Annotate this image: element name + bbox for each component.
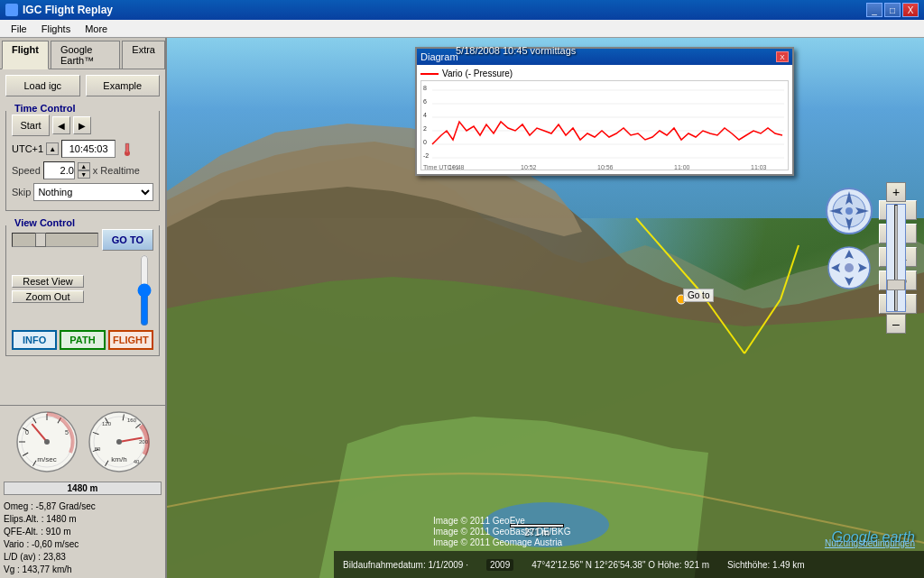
thermometer-icon xyxy=(118,142,136,156)
stat-elips-value: : 1480 m xyxy=(42,514,77,524)
rewind-button[interactable]: ◀ xyxy=(52,116,70,134)
stat-elips-label: Elips.Alt. xyxy=(4,514,39,524)
speed-kmh-gauge: 80 120 160 200 40 km/h xyxy=(87,409,152,476)
svg-point-31 xyxy=(116,439,122,445)
stat-vg: Vg : 143,77 km/h xyxy=(4,564,162,576)
maximize-button[interactable]: □ xyxy=(884,3,901,17)
menu-bar: File Flights More xyxy=(0,20,924,38)
tab-bar: Flight Google Earth™ Extra xyxy=(0,38,165,69)
svg-text:120: 120 xyxy=(101,421,111,427)
speed-row: Speed ▲ ▼ x Realtime xyxy=(12,161,153,179)
close-button[interactable]: X xyxy=(902,3,919,17)
view-h-slider[interactable] xyxy=(12,233,98,247)
menu-flights[interactable]: Flights xyxy=(34,22,78,36)
stat-omeg: Omeg : -5,87 Grad/sec xyxy=(4,500,162,513)
speed-spin-up[interactable]: ▲ xyxy=(78,162,90,170)
v-slider-wrap xyxy=(135,254,153,326)
speed-input[interactable] xyxy=(43,161,75,179)
svg-text:160: 160 xyxy=(126,417,136,423)
svg-text:8: 8 xyxy=(423,85,427,91)
svg-point-13 xyxy=(44,439,50,445)
speed-ms-svg: m/sec 0 5 xyxy=(14,409,79,474)
start-row: Start ◀ ▶ xyxy=(12,115,153,136)
view-v-slider[interactable] xyxy=(135,254,153,326)
zoom-in-button[interactable]: + xyxy=(886,182,906,202)
minimize-button[interactable]: _ xyxy=(866,3,882,17)
svg-text:2: 2 xyxy=(423,125,427,132)
photo-date: Bildaufnahmedatum: 1/1/2009 · xyxy=(343,560,468,570)
stat-vg-label: Vg xyxy=(4,564,14,574)
action-buttons: INFO PATH FLIGHT xyxy=(12,330,153,350)
svg-point-70 xyxy=(845,207,853,215)
svg-text:0: 0 xyxy=(25,429,29,436)
skip-select[interactable]: Nothing Thermal Straight xyxy=(33,183,153,201)
goto-map-label: Go to xyxy=(683,289,714,302)
copyright-area: Image © 2011 GeoEye Image © 2011 GeoBasi… xyxy=(433,516,570,547)
goto-button[interactable]: GO TO xyxy=(102,229,153,251)
svg-text:200: 200 xyxy=(138,439,148,445)
diagram-window[interactable]: Diagram X Vario (- Pressure) 8 6 4 2 xyxy=(415,47,794,176)
bottom-bar: Bildaufnahmedatum: 1/1/2009 · 2009 47°42… xyxy=(334,551,924,578)
menu-more[interactable]: More xyxy=(78,22,115,36)
copyright1: Image © 2011 GeoEye xyxy=(433,516,570,526)
speed-realtime-label: x Realtime xyxy=(93,165,140,176)
view-control-group: View Control GO TO Reset View Zoom Out xyxy=(5,225,160,356)
reset-view-button[interactable]: Reset View xyxy=(12,275,84,288)
app-title: IGC Flight Replay xyxy=(23,4,866,16)
stat-omeg-value: : -5,87 Grad/sec xyxy=(31,501,96,511)
flight-button[interactable]: FLIGHT xyxy=(108,330,153,350)
utc-spin-up[interactable]: ▲ xyxy=(46,142,59,155)
nutzung-link[interactable]: Nutzungsbedingungen xyxy=(825,537,915,548)
sicht-text: Sichthöhe: 1.49 km xyxy=(727,560,805,570)
diagram-body: Vario (- Pressure) 8 6 4 2 0 -2 xyxy=(417,65,792,174)
info-button[interactable]: INFO xyxy=(12,330,57,350)
skip-label: Skip xyxy=(12,187,31,197)
path-button[interactable]: PATH xyxy=(60,330,105,350)
stat-vario-label: Vario xyxy=(4,539,24,549)
diagram-chart: 8 6 4 2 0 -2 xyxy=(420,80,789,170)
map-area[interactable]: Diagram X Vario (- Pressure) 8 6 4 2 xyxy=(167,38,924,578)
copyright3: Image © 2011 Geomage Austria xyxy=(433,537,570,547)
title-bar: IGC Flight Replay _ □ X xyxy=(0,0,924,20)
stat-qfe-value: : 910 m xyxy=(41,527,70,537)
stats-area: Omeg : -5,87 Grad/sec Elips.Alt. : 1480 … xyxy=(0,499,165,578)
tab-google-earth[interactable]: Google Earth™ xyxy=(51,41,120,69)
zoom-out-map-button[interactable]: – xyxy=(886,314,906,334)
view-control-label: View Control xyxy=(12,217,78,228)
tab-flight[interactable]: Flight xyxy=(2,41,49,69)
stat-omeg-label: Omeg xyxy=(4,501,28,511)
svg-text:80: 80 xyxy=(94,446,100,452)
diagram-chart-svg: 8 6 4 2 0 -2 xyxy=(421,81,788,170)
load-igc-button[interactable]: Load igc xyxy=(5,75,80,96)
start-button[interactable]: Start xyxy=(12,115,50,136)
skip-row: Skip Nothing Thermal Straight xyxy=(12,183,153,201)
speed-spinners: ▲ ▼ xyxy=(78,162,90,179)
gauges-row: m/sec 0 5 xyxy=(4,409,162,476)
forward-button[interactable]: ▶ xyxy=(73,116,91,134)
svg-text:m/sec: m/sec xyxy=(37,455,56,463)
svg-text:-2: -2 xyxy=(423,152,429,159)
pan-widget xyxy=(827,245,872,292)
stat-vg-value: : 143,77 km/h xyxy=(17,564,72,574)
window-controls: _ □ X xyxy=(866,3,919,17)
coords-text: 47°42'12.56" N 12°26'54.38" O Höhe: 921 … xyxy=(531,560,709,570)
svg-text:0: 0 xyxy=(423,139,427,145)
zoom-out-button[interactable]: Zoom Out xyxy=(12,290,84,303)
time-input[interactable] xyxy=(61,140,116,158)
stat-ld-value: : 23,83 xyxy=(38,552,66,562)
time-control-label: Time Control xyxy=(12,103,79,114)
app-icon xyxy=(5,4,18,16)
stat-qfe: QFE-Alt. : 910 m xyxy=(4,526,162,538)
speed-spin-down[interactable]: ▼ xyxy=(78,170,90,179)
svg-text:10:52: 10:52 xyxy=(521,164,537,170)
tab-extra[interactable]: Extra xyxy=(122,41,165,69)
svg-text:10:56: 10:56 xyxy=(597,164,614,170)
left-panel: Flight Google Earth™ Extra Load igc Exam… xyxy=(0,38,167,578)
svg-point-76 xyxy=(845,263,854,272)
diagram-close-button[interactable]: X xyxy=(776,51,789,62)
example-button[interactable]: Example xyxy=(86,75,161,96)
compass-svg xyxy=(825,187,874,236)
gauges-area: m/sec 0 5 xyxy=(0,405,165,499)
svg-text:11:03: 11:03 xyxy=(751,164,767,170)
menu-file[interactable]: File xyxy=(4,22,34,36)
